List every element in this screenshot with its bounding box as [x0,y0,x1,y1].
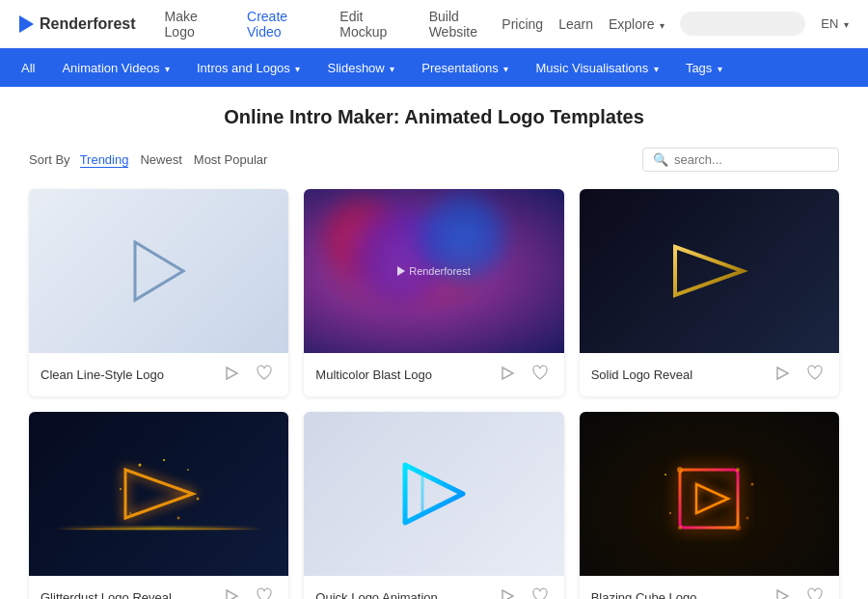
subnav-tags[interactable]: Tags ▾ [674,55,734,81]
main-nav: Make Logo Create Video Edit Mockup Build… [165,9,502,40]
gold-logo-svg [661,228,757,314]
card-5-heart-btn[interactable] [528,585,553,599]
svg-point-22 [678,526,682,530]
presentations-chevron: ▾ [503,64,508,74]
intros-chevron: ▾ [295,64,300,74]
card-5-thumb[interactable] [304,412,563,576]
svg-point-20 [736,468,740,472]
card-6: Blazing Cube Logo [580,412,839,599]
heart-icon [531,365,549,382]
card-2-heart-btn[interactable] [528,363,553,387]
card-1-play-btn[interactable] [219,363,244,387]
svg-point-10 [163,459,165,461]
svg-marker-27 [777,590,788,599]
rf-watermark: Renderforest [397,265,471,277]
card-4-info: Glitterdust Logo Reveal [29,576,288,599]
nav-pricing[interactable]: Pricing [502,16,543,32]
svg-point-11 [176,517,179,520]
nav-build-website[interactable]: Build Website [429,9,502,40]
svg-point-9 [129,512,131,514]
play-icon [773,365,791,382]
sort-newest[interactable]: Newest [140,152,181,168]
svg-marker-18 [696,484,728,513]
card-4-play-btn[interactable] [219,585,244,599]
card-1-actions [219,363,277,387]
anim-chevron: ▾ [165,64,170,74]
card-1-heart-btn[interactable] [252,363,277,387]
sort-most-popular[interactable]: Most Popular [194,152,268,168]
card-grid: Clean Line-Style Logo [29,189,839,599]
card-2-actions [495,363,553,387]
logo[interactable]: Renderforest [19,15,136,33]
page-title: Online Intro Maker: Animated Logo Templa… [29,106,839,128]
svg-point-24 [751,483,754,486]
subnav-presentations[interactable]: Presentations ▾ [410,55,520,81]
lang-button[interactable]: EN ▾ [821,16,849,31]
search-input[interactable] [674,152,828,167]
svg-point-12 [120,488,122,490]
sort-options: Trending Newest Most Popular [80,152,268,168]
card-3-heart-btn[interactable] [802,363,827,387]
nav-edit-mockup[interactable]: Edit Mockup [339,9,405,40]
brand-name: Renderforest [40,15,136,33]
svg-marker-14 [405,465,463,523]
subnav-all[interactable]: All [10,55,46,81]
svg-marker-13 [227,590,237,599]
sort-trending[interactable]: Trending [80,152,129,168]
svg-marker-2 [502,368,513,379]
svg-marker-4 [777,368,788,379]
card-6-play-btn[interactable] [770,585,795,599]
card-2-title: Multicolor Blast Logo [315,368,494,382]
subnav-intros-logos[interactable]: Intros and Logos ▾ [185,55,312,81]
play-icon [223,365,240,382]
card-4-thumb[interactable] [29,412,288,576]
card-4-title: Glitterdust Logo Reveal [41,590,219,599]
play-icon [773,587,791,599]
svg-marker-5 [125,470,193,518]
heart-icon [256,365,273,382]
nav-create-video[interactable]: Create Video [247,9,316,40]
nav-learn[interactable]: Learn [558,16,593,32]
svg-point-26 [746,517,749,520]
card-6-thumb[interactable] [580,412,839,576]
music-chevron: ▾ [654,64,659,74]
card-6-heart-btn[interactable] [802,585,827,599]
card-4-heart-btn[interactable] [252,585,277,599]
card-2-play-btn[interactable] [495,363,520,387]
card-2: Renderforest Multicolor Blast Logo [304,189,563,396]
card-1-thumb[interactable] [29,189,288,353]
card-5-title: Quick Logo Animation [315,590,494,599]
heart-icon [531,587,549,599]
svg-point-21 [735,525,741,531]
subnav-music-vis[interactable]: Music Visualisations ▾ [524,55,669,81]
slideshow-chevron: ▾ [390,64,394,74]
explore-chevron: ▾ [660,20,665,31]
line-logo-svg [116,228,203,314]
nav-make-logo[interactable]: Make Logo [165,9,224,40]
sort-label: Sort By [29,152,70,167]
card-6-info: Blazing Cube Logo [580,576,839,599]
card-5: Quick Logo Animation [304,412,563,599]
card-1-title: Clean Line-Style Logo [41,368,219,382]
card-3-info: Solid Logo Reveal [580,353,839,396]
sort-bar: Sort By Trending Newest Most Popular 🔍 [29,148,839,172]
card-1-info: Clean Line-Style Logo [29,353,288,396]
svg-marker-0 [135,242,183,300]
cyan-logo-svg [386,446,482,542]
nav-explore[interactable]: Explore ▾ [609,16,665,32]
card-3-thumb[interactable] [580,189,839,353]
subnav: All Animation Videos ▾ Intros and Logos … [0,48,868,87]
card-3-play-btn[interactable] [770,363,795,387]
header-search-input[interactable] [680,12,805,36]
play-icon [499,587,516,599]
subnav-slideshow[interactable]: Slideshow ▾ [315,55,406,81]
card-2-info: Multicolor Blast Logo [304,353,563,396]
svg-point-23 [665,474,666,476]
card-5-play-btn[interactable] [495,585,520,599]
subnav-animation-videos[interactable]: Animation Videos ▾ [50,55,181,81]
main-content: Online Intro Maker: Animated Logo Templa… [0,87,868,599]
svg-marker-15 [422,475,463,513]
card-2-thumb[interactable]: Renderforest [304,189,563,353]
card-5-actions [495,585,553,599]
card-3: Solid Logo Reveal [580,189,839,396]
